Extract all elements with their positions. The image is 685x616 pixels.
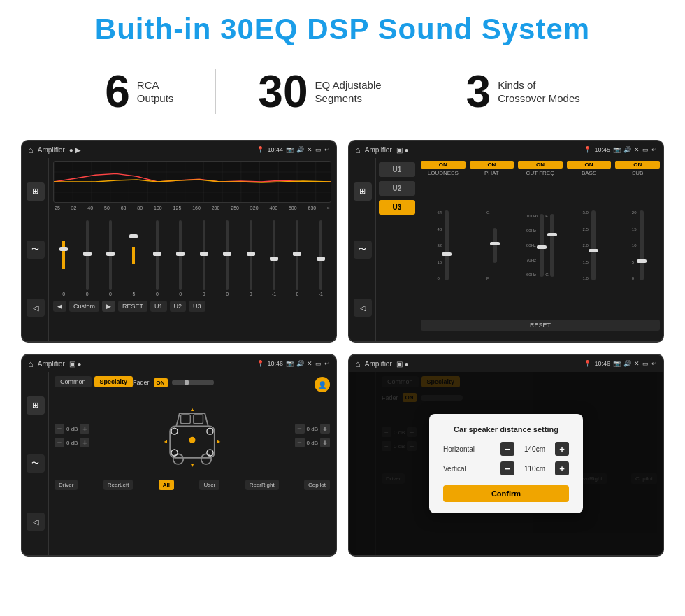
eq-slider-10[interactable]: -1: [264, 220, 284, 296]
xo-time: 10:45: [594, 146, 610, 153]
xo-back-icon[interactable]: ↩: [651, 146, 657, 153]
vertical-plus-btn[interactable]: +: [555, 461, 569, 475]
xo-u1-btn[interactable]: U1: [379, 162, 415, 177]
phat-slider[interactable]: [493, 228, 497, 263]
horizontal-plus-btn[interactable]: +: [555, 442, 569, 456]
right-top-plus[interactable]: +: [320, 424, 330, 434]
eq-custom-btn[interactable]: Custom: [69, 301, 99, 312]
xo-u3-btn[interactable]: U3: [379, 200, 415, 215]
fader-on-toggle[interactable]: ON: [154, 378, 168, 387]
xo-ch-sub: ON SUB 20151050: [615, 161, 660, 315]
fader-sidebar-eq-icon[interactable]: ⊞: [27, 396, 45, 415]
eq-sidebar-speaker-icon[interactable]: ◁: [27, 299, 45, 317]
eq-slider-12[interactable]: -1: [310, 220, 331, 296]
eq-slider-11[interactable]: 0: [287, 220, 308, 296]
eq-u3-btn[interactable]: U3: [189, 301, 206, 312]
fader-status-icons: ▣ ●: [69, 360, 82, 368]
svg-text:▲: ▲: [189, 406, 194, 413]
dlg-time: 10:46: [594, 360, 610, 367]
cutfreq-slider-g[interactable]: [550, 214, 554, 277]
fader-copilot-btn[interactable]: Copilot: [304, 480, 330, 490]
eq-u1-btn[interactable]: U1: [150, 301, 167, 312]
eq-reset-btn[interactable]: RESET: [118, 301, 147, 312]
fader-slider[interactable]: [172, 380, 214, 385]
cutfreq-slider-f[interactable]: [540, 214, 544, 277]
horizontal-minus-btn[interactable]: −: [500, 442, 514, 456]
xo-pin-icon: 📍: [584, 146, 591, 153]
vertical-stepper[interactable]: − 110cm +: [500, 461, 569, 475]
xo-sidebar-eq-icon[interactable]: ⊞: [354, 182, 372, 201]
eq-slider-6[interactable]: 0: [170, 220, 191, 296]
fader-sidebar-speaker-icon[interactable]: ◁: [27, 513, 45, 531]
left-bot-plus[interactable]: +: [80, 438, 89, 447]
right-bot-plus[interactable]: +: [320, 438, 330, 447]
xo-ch-cutfreq: ON CUT FREQ 100Hz90Hz80Hz70Hz60Hz FG: [518, 161, 563, 315]
left-top-plus[interactable]: +: [80, 424, 89, 434]
fader-tab-common[interactable]: Common: [55, 376, 92, 387]
home-icon[interactable]: ⌂: [28, 145, 34, 155]
fader-rearleft-btn[interactable]: RearLeft: [103, 480, 134, 490]
dlg-x-icon: ✕: [634, 360, 640, 367]
fader-driver-btn[interactable]: Driver: [55, 480, 78, 490]
eq-slider-1[interactable]: 0: [53, 220, 74, 296]
eq-slider-8[interactable]: 0: [217, 220, 238, 296]
phat-on-badge: ON: [470, 161, 514, 169]
cutfreq-label: CUT FREQ: [526, 170, 555, 176]
eq-slider-4[interactable]: 5: [123, 220, 144, 296]
eq-play-btn[interactable]: ▶: [102, 301, 115, 312]
dialog-screen: ⌂ Amplifier ▣ ● 📍 10:46 📷 🔊 ✕ ▭ ↩: [348, 354, 664, 557]
right-bot-minus[interactable]: −: [295, 438, 305, 447]
xo-sidebar-wave-icon[interactable]: 〜: [354, 241, 372, 259]
eq-sidebar-eq-icon[interactable]: ⊞: [27, 182, 45, 201]
eq-back-icon[interactable]: ↩: [324, 146, 330, 153]
fader-sidebar-wave-icon[interactable]: 〜: [27, 454, 45, 473]
fader-home-icon[interactable]: ⌂: [28, 359, 34, 369]
xo-x-icon: ✕: [634, 146, 640, 153]
stat-rca-number: 6: [105, 69, 130, 114]
xo-channels-row: ON LOUDNESS 644832160: [421, 161, 660, 315]
stat-crossover: 3 Kinds of Crossover Modes: [424, 69, 622, 114]
fader-tab-specialty[interactable]: Specialty: [94, 376, 134, 387]
fader-back-icon[interactable]: ↩: [324, 360, 330, 367]
svg-text:▼: ▼: [189, 462, 194, 468]
confirm-button[interactable]: Confirm: [443, 485, 569, 502]
eq-slider-2[interactable]: 0: [76, 220, 97, 296]
stat-crossover-number: 3: [466, 69, 491, 114]
bass-slider[interactable]: [591, 210, 596, 280]
dlg-back-icon[interactable]: ↩: [651, 360, 657, 367]
fader-all-btn[interactable]: All: [159, 480, 174, 490]
horizontal-stepper[interactable]: − 140cm +: [500, 442, 569, 456]
dlg-home-icon[interactable]: ⌂: [355, 359, 361, 369]
fader-camera-icon: 📷: [286, 360, 294, 367]
xo-sidebar-speaker-icon[interactable]: ◁: [354, 299, 372, 317]
eq-freq-labels: 2532405063 80100125160200 25032040050063…: [53, 206, 331, 210]
eq-sidebar-wave-icon[interactable]: 〜: [27, 241, 45, 259]
eq-slider-9[interactable]: 0: [240, 220, 261, 296]
eq-play-icons: ● ▶: [69, 146, 81, 154]
stat-rca-desc: RCA Outputs: [137, 78, 174, 106]
fader-rect-icon: ▭: [315, 360, 322, 367]
eq-slider-5[interactable]: 0: [147, 220, 168, 296]
stat-eq-desc: EQ Adjustable Segments: [315, 78, 382, 106]
fader-app-name: Amplifier: [38, 360, 65, 368]
sub-slider[interactable]: [640, 210, 644, 280]
eq-prev-btn[interactable]: ◀: [53, 301, 66, 312]
user-avatar[interactable]: 👤: [315, 377, 330, 392]
xo-reset-btn[interactable]: RESET: [421, 320, 660, 331]
xo-left-panel: U1 U2 U3: [376, 158, 418, 341]
eq-slider-3[interactable]: 0: [100, 220, 121, 296]
xo-u2-btn[interactable]: U2: [379, 181, 415, 196]
fader-user-btn[interactable]: User: [199, 480, 219, 490]
xo-home-icon[interactable]: ⌂: [355, 145, 361, 155]
loudness-slider[interactable]: [445, 210, 449, 280]
fader-rearright-btn[interactable]: RearRight: [245, 480, 279, 490]
xo-app-name: Amplifier: [365, 146, 392, 154]
left-bot-vol: 0 dB: [66, 440, 78, 446]
speaker-layout: − 0 dB + − 0 dB +: [55, 397, 330, 474]
vertical-minus-btn[interactable]: −: [500, 461, 514, 475]
right-top-minus[interactable]: −: [295, 424, 305, 434]
left-bot-minus[interactable]: −: [55, 438, 64, 447]
eq-u2-btn[interactable]: U2: [170, 301, 187, 312]
left-top-minus[interactable]: −: [55, 424, 64, 434]
eq-slider-7[interactable]: 0: [194, 220, 215, 296]
